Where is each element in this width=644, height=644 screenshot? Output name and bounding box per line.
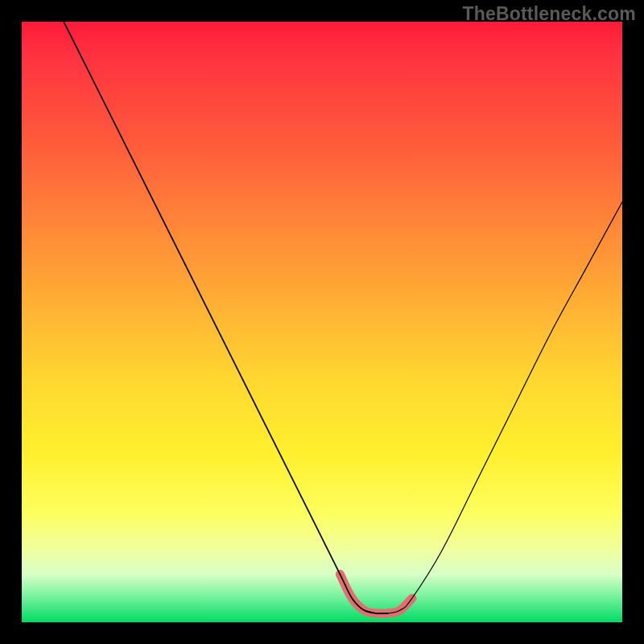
bottleneck-curve-left [64, 22, 388, 613]
curve-svg [22, 22, 622, 622]
chart-frame: TheBottleneck.com [0, 0, 644, 644]
plot-area [22, 22, 622, 622]
critical-region-path [340, 574, 412, 613]
bottleneck-curve-right [364, 202, 622, 614]
